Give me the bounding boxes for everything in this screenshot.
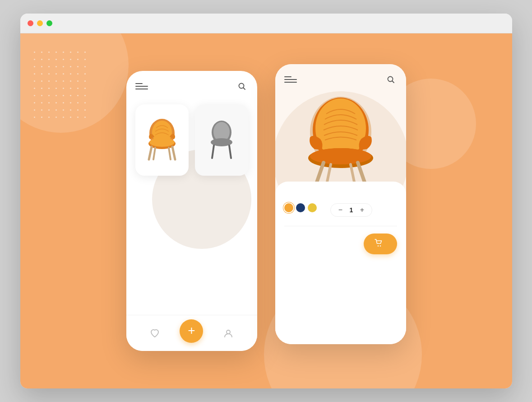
- menu-line-6: [284, 82, 297, 83]
- phone-1-content: [126, 104, 257, 231]
- menu-line-1: [135, 83, 143, 84]
- cart-icon: [375, 239, 383, 249]
- buy-row: [284, 226, 397, 254]
- bottom-nav: +: [126, 315, 257, 351]
- product-card-2[interactable]: [195, 104, 248, 176]
- svg-point-5: [149, 138, 175, 147]
- product-card-1[interactable]: [135, 104, 189, 176]
- qty-increase-button[interactable]: +: [357, 206, 366, 215]
- qty-decrease-button[interactable]: −: [336, 206, 345, 215]
- product-card-1-image: [142, 111, 182, 165]
- color-swatch-navy[interactable]: [296, 203, 305, 212]
- svg-point-27: [377, 245, 378, 246]
- svg-line-14: [229, 145, 231, 158]
- phone-2-inner: − 1 +: [275, 64, 406, 344]
- svg-point-28: [379, 245, 380, 246]
- svg-point-0: [239, 84, 244, 89]
- phone-2-header: [275, 64, 406, 90]
- fab-add-button[interactable]: +: [180, 319, 203, 343]
- color-swatch-orange[interactable]: [284, 203, 293, 212]
- browser-chrome: [20, 14, 512, 33]
- search-icon[interactable]: [236, 80, 248, 93]
- options-row: − 1 +: [284, 200, 397, 217]
- product-card-2-image: [201, 111, 242, 165]
- menu-line-5: [284, 79, 297, 80]
- svg-line-8: [153, 148, 155, 159]
- menu-icon[interactable]: [135, 80, 148, 93]
- dot-pattern-left: const dl = document.querySelector('.dots…: [34, 51, 89, 121]
- phone-mockup-2: − 1 +: [275, 64, 406, 344]
- user-icon[interactable]: [223, 328, 234, 339]
- product-details-card: − 1 +: [275, 182, 406, 344]
- svg-line-17: [392, 81, 394, 83]
- menu-line-2: [135, 86, 148, 87]
- phone-1-header: [126, 71, 257, 97]
- cards-row: [135, 104, 248, 176]
- traffic-lights: [28, 20, 52, 26]
- svg-line-7: [172, 147, 175, 159]
- menu-icon-2[interactable]: [284, 73, 297, 86]
- svg-line-13: [212, 145, 214, 158]
- traffic-light-red[interactable]: [28, 20, 33, 26]
- menu-line-3: [135, 89, 148, 89]
- color-swatches: [284, 203, 317, 212]
- cards-area: [135, 104, 248, 231]
- svg-line-9: [169, 148, 171, 159]
- qty-value: 1: [350, 206, 353, 214]
- svg-point-22: [310, 148, 371, 164]
- traffic-light-green[interactable]: [46, 20, 52, 26]
- hero-chair-image: [296, 91, 386, 191]
- add-to-cart-button[interactable]: [364, 234, 397, 254]
- color-swatch-yellow[interactable]: [308, 203, 317, 212]
- search-icon-2[interactable]: [384, 73, 397, 86]
- browser-window: const dl = document.querySelector('.dots…: [20, 14, 512, 388]
- svg-point-16: [388, 77, 393, 82]
- svg-point-15: [227, 330, 230, 334]
- heart-icon[interactable]: [149, 328, 160, 339]
- quantity-control: − 1 +: [330, 203, 373, 217]
- traffic-light-yellow[interactable]: [37, 20, 43, 26]
- phone-mockup-1: +: [126, 71, 257, 351]
- colors-group: [284, 200, 317, 217]
- svg-line-1: [243, 88, 245, 90]
- menu-line-4: [284, 76, 292, 77]
- dot-pattern-right: [455, 340, 503, 375]
- svg-line-6: [149, 147, 152, 159]
- browser-content: const dl = document.querySelector('.dots…: [20, 33, 512, 388]
- quantity-group: − 1 +: [330, 200, 373, 217]
